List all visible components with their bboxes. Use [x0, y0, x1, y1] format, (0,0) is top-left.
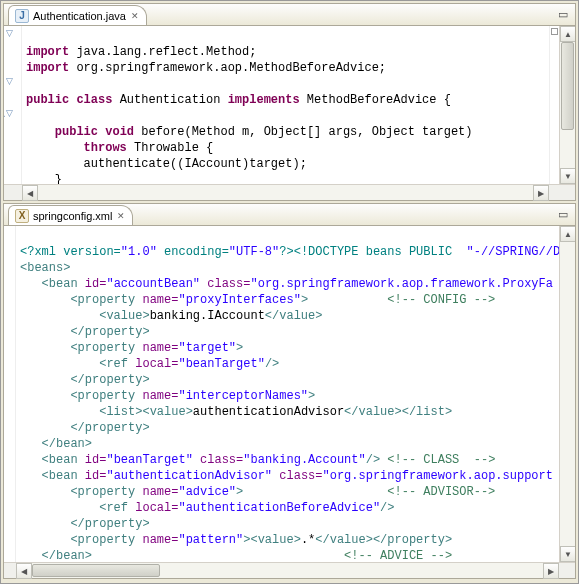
- tab-authentication-java[interactable]: J Authentication.java ✕: [8, 5, 147, 25]
- java-toolbar: ▭: [555, 6, 571, 22]
- tab-label: springconfig.xml: [33, 210, 112, 222]
- java-file-icon: J: [15, 9, 29, 23]
- xml-file-icon: X: [15, 209, 29, 223]
- java-overview-ruler[interactable]: [549, 26, 559, 184]
- scroll-track[interactable]: [38, 185, 533, 200]
- scroll-thumb[interactable]: [32, 564, 160, 577]
- tab-springconfig-xml[interactable]: X springconfig.xml ✕: [8, 205, 133, 225]
- close-icon[interactable]: ✕: [130, 11, 140, 21]
- scroll-down-icon[interactable]: ▼: [560, 168, 575, 184]
- close-icon[interactable]: ✕: [116, 211, 126, 221]
- xml-code-area[interactable]: <?xml version="1.0" encoding="UTF-8"?><!…: [16, 226, 559, 562]
- fold-toggle-icon[interactable]: ▽: [6, 77, 13, 86]
- java-tab-bar: J Authentication.java ✕ ▭: [4, 4, 575, 26]
- scroll-up-icon[interactable]: ▲: [560, 26, 575, 42]
- override-marker-icon[interactable]: △: [4, 109, 5, 118]
- scroll-thumb[interactable]: [561, 42, 574, 130]
- horizontal-scrollbar[interactable]: ◀ ▶: [4, 184, 575, 200]
- fold-toggle-icon[interactable]: ▽: [6, 109, 13, 118]
- scroll-right-icon[interactable]: ▶: [533, 185, 549, 201]
- xml-toolbar: ▭: [555, 206, 571, 222]
- scroll-track[interactable]: [560, 42, 575, 168]
- java-gutter[interactable]: ▽ ▽ △ ▽: [4, 26, 22, 184]
- java-editor-body: ▽ ▽ △ ▽ import java.lang.reflect.Method;…: [4, 26, 575, 184]
- scroll-track[interactable]: [32, 563, 543, 578]
- vertical-scrollbar[interactable]: ▲ ▼: [559, 226, 575, 562]
- xml-tab-bar: X springconfig.xml ✕ ▭: [4, 204, 575, 226]
- scroll-left-icon[interactable]: ◀: [16, 563, 32, 579]
- fold-toggle-icon[interactable]: ▽: [6, 29, 13, 38]
- scroll-up-icon[interactable]: ▲: [560, 226, 575, 242]
- scroll-left-icon[interactable]: ◀: [22, 185, 38, 201]
- maximize-icon[interactable]: ▭: [555, 6, 571, 22]
- scroll-right-icon[interactable]: ▶: [543, 563, 559, 579]
- java-code-area[interactable]: import java.lang.reflect.Method; import …: [22, 26, 549, 184]
- xml-editor-body: <?xml version="1.0" encoding="UTF-8"?><!…: [4, 226, 575, 562]
- java-editor-pane: J Authentication.java ✕ ▭ ▽ ▽ △ ▽ import…: [3, 3, 576, 201]
- xml-gutter[interactable]: [4, 226, 16, 562]
- scroll-down-icon[interactable]: ▼: [560, 546, 575, 562]
- maximize-icon[interactable]: ▭: [555, 206, 571, 222]
- horizontal-scrollbar[interactable]: ◀ ▶: [4, 562, 575, 578]
- tab-label: Authentication.java: [33, 10, 126, 22]
- vertical-scrollbar[interactable]: ▲ ▼: [559, 26, 575, 184]
- xml-editor-pane: X springconfig.xml ✕ ▭ <?xml version="1.…: [3, 203, 576, 579]
- overview-marker: [551, 28, 558, 35]
- scroll-track[interactable]: [560, 242, 575, 546]
